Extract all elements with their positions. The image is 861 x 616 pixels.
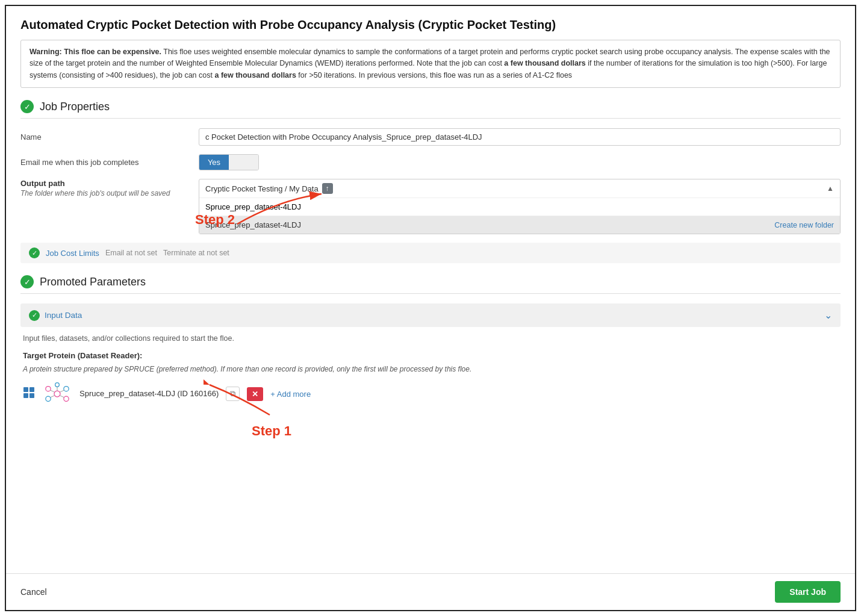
warning-text3: for >50 iterations. In previous versions… (296, 71, 572, 79)
cost-limits-terminate: Terminate at not set (163, 249, 229, 257)
target-protein-desc: A protein structure prepared by SPRUCE (… (23, 364, 838, 375)
main-content: Automated Cryptic Pocket Detection with … (6, 6, 855, 573)
name-input[interactable] (199, 128, 841, 146)
remove-button[interactable]: ✕ (247, 387, 263, 401)
name-row: Name (20, 128, 841, 146)
svg-point-8 (64, 396, 69, 401)
footer-bar: Cancel Start Job (6, 573, 855, 610)
dataset-row-container: Spruce_prep_dataset-4LDJ (ID 160166) ⧉ ✕… (23, 382, 838, 406)
input-data-check-icon: ✓ (29, 310, 40, 321)
grid-icon (23, 387, 35, 402)
svg-rect-3 (23, 393, 28, 398)
input-data-chevron-icon: ⌄ (824, 310, 832, 321)
svg-point-7 (64, 387, 69, 391)
folder-item-name: Spruce_prep_dataset-4LDJ (205, 220, 301, 229)
warning-box: Warning: This floe can be expensive. Thi… (20, 40, 841, 88)
job-properties-header: ✓ Job Properties (20, 100, 841, 113)
dataset-name: Spruce_prep_dataset-4LDJ (ID 160166) (79, 388, 219, 399)
breadcrumb-path: Cryptic Pocket Testing / My Data ↑ (205, 183, 333, 194)
target-protein-label-bold: Target Protein (Dataset Reader): (23, 351, 142, 360)
divider-1 (20, 118, 841, 119)
input-data-title: Input Data (45, 311, 82, 320)
page-title: Automated Cryptic Pocket Detection with … (20, 17, 841, 33)
svg-rect-1 (23, 387, 28, 392)
svg-point-6 (46, 387, 51, 391)
step1-annotation-container: Step 1 (252, 423, 291, 439)
promoted-params-title: Promoted Parameters (40, 276, 146, 288)
start-job-button[interactable]: Start Job (775, 581, 841, 603)
cost-limits-bar: ✓ Job Cost Limits Email at not set Termi… (20, 243, 841, 263)
dropdown-header: Cryptic Pocket Testing / My Data ↑ ▲ (199, 179, 840, 198)
email-toggle-area: Yes (199, 154, 841, 170)
promoted-params-header: ✓ Promoted Parameters (20, 275, 841, 288)
svg-point-9 (46, 396, 51, 401)
warning-bold2: a few thousand dollars (504, 59, 585, 67)
folder-list-item[interactable]: Spruce_prep_dataset-4LDJ Create new fold… (199, 216, 840, 234)
svg-rect-4 (30, 393, 34, 398)
name-label: Name (20, 132, 189, 142)
folder-name-input[interactable] (199, 198, 840, 216)
email-row: Email me when this job completes Yes (20, 154, 841, 170)
divider-2 (20, 293, 841, 294)
email-label: Email me when this job completes (20, 158, 189, 167)
toggle-no-button[interactable] (229, 155, 258, 170)
dataset-row: Spruce_prep_dataset-4LDJ (ID 160166) ⧉ ✕… (23, 382, 838, 406)
name-field-area (199, 128, 841, 146)
dropdown-chevron-icon[interactable]: ▲ (827, 184, 834, 193)
svg-rect-2 (30, 387, 34, 392)
svg-line-14 (60, 396, 64, 397)
output-path-row: Output path The folder where this job's … (20, 179, 841, 234)
target-protein-section: Target Protein (Dataset Reader): A prote… (20, 351, 841, 406)
output-path-dropdown[interactable]: Cryptic Pocket Testing / My Data ↑ ▲ Spr… (199, 179, 841, 234)
input-description: Input files, datasets, and/or collection… (20, 334, 841, 343)
output-path-title: Output path (20, 179, 189, 188)
main-container: Automated Cryptic Pocket Detection with … (5, 5, 856, 611)
molecule-icon (42, 382, 72, 406)
toggle-yes-button[interactable]: Yes (199, 155, 229, 170)
svg-point-10 (55, 383, 60, 387)
promoted-check-icon: ✓ (20, 275, 34, 288)
cost-limits-email: Email at not set (105, 249, 157, 257)
warning-bold1: Warning: This floe can be expensive. (30, 48, 161, 56)
cost-limits-label[interactable]: Job Cost Limits (46, 249, 99, 258)
input-data-left: ✓ Input Data (29, 310, 82, 321)
add-more-link[interactable]: + Add more (270, 390, 311, 399)
up-arrow-button[interactable]: ↑ (322, 183, 333, 194)
output-path-label-area: Output path The folder where this job's … (20, 179, 189, 234)
target-protein-label: Target Protein (Dataset Reader): (23, 351, 838, 360)
create-folder-link[interactable]: Create new folder (774, 221, 834, 229)
promoted-section: ✓ Input Data ⌄ Input files, datasets, an… (20, 303, 841, 406)
svg-line-12 (51, 390, 55, 392)
job-properties-title: Job Properties (40, 101, 110, 113)
svg-point-5 (54, 391, 60, 397)
job-properties-check-icon: ✓ (20, 100, 34, 113)
copy-button[interactable]: ⧉ (226, 387, 240, 401)
cancel-button[interactable]: Cancel (20, 587, 47, 597)
input-data-header[interactable]: ✓ Input Data ⌄ (20, 303, 841, 327)
svg-line-15 (51, 396, 55, 397)
breadcrumb-text: Cryptic Pocket Testing / My Data (205, 184, 319, 193)
svg-line-13 (60, 390, 64, 392)
output-path-subtitle: The folder where this job's output will … (20, 189, 189, 198)
warning-bold3: a few thousand dollars (214, 71, 296, 79)
email-toggle-group: Yes (199, 154, 259, 170)
step1-label: Step 1 (252, 423, 291, 438)
cost-limits-check-icon: ✓ (29, 247, 40, 258)
